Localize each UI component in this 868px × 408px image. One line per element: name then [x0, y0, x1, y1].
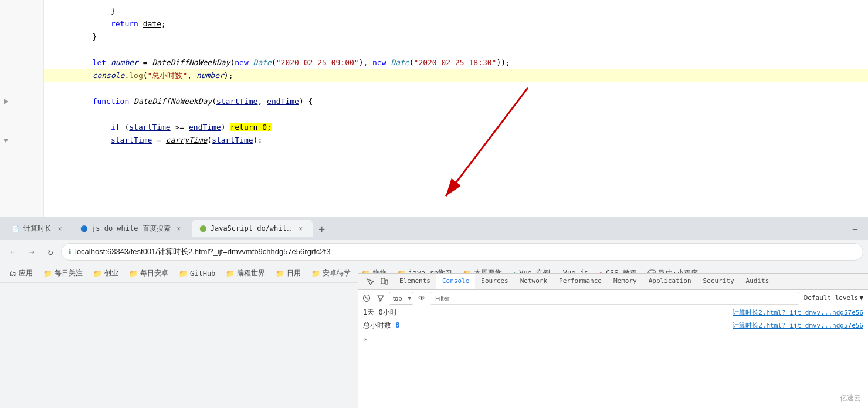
devtools-tab-label-memory: Memory: [613, 277, 637, 285]
code-editor: } return date; } let number = DateDiffNo…: [0, 0, 868, 217]
folder-icon: 📁: [311, 269, 320, 278]
devtools-tab-memory[interactable]: Memory: [608, 274, 643, 290]
devtools-device-icon[interactable]: [378, 276, 390, 288]
folder-icon: 📁: [43, 269, 52, 278]
devtools-tab-console[interactable]: Console: [436, 274, 475, 290]
tab-close-runoob[interactable]: ✕: [296, 224, 306, 233]
gutter-cell: [0, 31, 12, 43]
gutter-arrow: [0, 134, 12, 147]
devtools-tab-application[interactable]: Application: [643, 274, 697, 290]
console-source-1[interactable]: 计算时长2.html?_ijt=dmvv...hdg57e56: [733, 308, 863, 317]
tab-title-runoob: JavaScript do/while 语句｜菜鸟...: [211, 224, 293, 234]
bookmark-github[interactable]: 📁 GitHub: [174, 267, 220, 281]
address-bar: ← → ↻ ℹ localhost:63343/test001/计算时长2.ht…: [0, 240, 868, 264]
gutter-cell: [0, 18, 12, 31]
browser-chrome: 📄 计算时长 ✕ 🔵 js do while_百度搜索 ✕ 🟢 JavaScri…: [0, 217, 868, 408]
console-log-text-2: 总小时数 8: [363, 321, 733, 331]
line-numbers: [12, 0, 44, 217]
code-line: let number = DateDiffNoWeekDay(new Date(…: [44, 56, 868, 69]
code-line: [44, 82, 868, 95]
code-line: function DateDiffNoWeekDay(startTime, en…: [44, 95, 868, 108]
code-line: startTime = carryTime(startTime):: [44, 134, 868, 147]
gutter: [0, 0, 12, 217]
filter-toggle-button[interactable]: [375, 292, 386, 304]
eye-button[interactable]: 👁: [416, 292, 428, 304]
devtools-tab-label-audits: Audits: [746, 277, 769, 285]
context-selector[interactable]: top: [389, 292, 413, 305]
bookmark-label: 应用: [19, 268, 33, 278]
forward-button[interactable]: →: [23, 244, 40, 260]
devtools-select-icon[interactable]: [364, 276, 376, 288]
context-selector-wrap: top ▼: [389, 292, 413, 305]
tab-favicon-baidu: 🔵: [80, 224, 88, 232]
devtools-tab-network[interactable]: Network: [514, 274, 553, 290]
devtools-tab-audits[interactable]: Audits: [740, 274, 775, 290]
tab-close-jisuan[interactable]: ✕: [55, 224, 65, 233]
devtools-console-bar: top ▼ 👁 Default levels ▼: [358, 290, 868, 306]
console-source-2[interactable]: 计算时长2.html?_ijt=dmvv...hdg57e56: [733, 321, 863, 330]
filter-input[interactable]: [430, 292, 799, 305]
line-num: [12, 5, 43, 18]
line-num: [12, 43, 43, 56]
line-num: [12, 18, 43, 31]
bookmark-label: 日用: [287, 268, 301, 278]
bookmark-daily-use[interactable]: 📁 日用: [271, 267, 306, 281]
devtools-tab-label-elements: Elements: [399, 277, 430, 285]
folder-icon: 📁: [276, 269, 284, 278]
line-num: [12, 95, 43, 108]
default-levels-selector[interactable]: Default levels ▼: [802, 294, 866, 302]
reload-button[interactable]: ↻: [42, 244, 59, 260]
tab-favicon-runoob: 🟢: [199, 224, 207, 232]
bookmark-daily[interactable]: 📁 每日关注: [39, 267, 87, 281]
bookmark-label: 每日安卓: [140, 268, 168, 278]
devtools-tab-elements[interactable]: Elements: [394, 274, 436, 290]
tab-title-jisuan: 计算时长: [23, 224, 52, 234]
console-output: 1天 0小时 计算时长2.html?_ijt=dmvv...hdg57e56 总…: [358, 306, 868, 408]
code-line-highlighted: console.log("总小时数", number);: [44, 69, 868, 82]
line-num: [12, 121, 43, 134]
tab-favicon-jisuan: 📄: [12, 224, 20, 232]
clear-console-button[interactable]: [361, 292, 372, 304]
bookmark-programming[interactable]: 📁 编程世界: [221, 267, 270, 281]
svg-rect-3: [385, 280, 388, 284]
default-levels-label: Default levels: [804, 294, 859, 302]
console-log-row-2: 总小时数 8 计算时长2.html?_ijt=dmvv...hdg57e56: [358, 319, 868, 332]
gutter-cell: [0, 108, 12, 121]
devtools-tab-label-performance: Performance: [559, 277, 602, 285]
devtools-tab-security[interactable]: Security: [697, 274, 740, 290]
devtools-tab-sources[interactable]: Sources: [475, 274, 514, 290]
url-bar[interactable]: ℹ localhost:63343/test001/计算时长2.html?_ij…: [61, 243, 863, 261]
bookmark-android-daily[interactable]: 📁 每日安卓: [124, 267, 173, 281]
console-num-value: 8: [395, 321, 399, 329]
bookmark-startup[interactable]: 📁 创业: [89, 267, 123, 281]
folder-icon: 📁: [93, 269, 102, 278]
tab-jisuan[interactable]: 📄 计算时长 ✕: [5, 220, 72, 237]
folder-icon: 📁: [129, 269, 138, 278]
folder-icon: 🗂: [9, 269, 16, 278]
new-tab-button[interactable]: +: [314, 220, 330, 237]
bookmark-android-study[interactable]: 📁 安卓待学: [307, 267, 355, 281]
minimize-button[interactable]: –: [847, 220, 863, 237]
code-line: [44, 43, 868, 56]
bookmark-label: 创业: [104, 268, 118, 278]
back-button[interactable]: ←: [5, 244, 21, 260]
code-line: [44, 108, 868, 121]
devtools-tab-label-security: Security: [703, 277, 734, 285]
bookmark-apps[interactable]: 🗂 应用: [5, 267, 38, 281]
tab-runoob[interactable]: 🟢 JavaScript do/while 语句｜菜鸟... ✕: [192, 220, 313, 237]
console-log-row-1: 1天 0小时 计算时长2.html?_ijt=dmvv...hdg57e56: [358, 306, 868, 319]
tab-baidu[interactable]: 🔵 js do while_百度搜索 ✕: [73, 220, 191, 237]
line-num: [12, 134, 43, 147]
tab-close-baidu[interactable]: ✕: [174, 224, 184, 233]
line-num: [12, 82, 43, 95]
line-num: [12, 31, 43, 43]
code-line: return date;: [44, 18, 868, 31]
devtools-tab-performance[interactable]: Performance: [553, 274, 608, 290]
devtools-tabs: Elements Console Sources Network Perform…: [358, 274, 868, 290]
url-text: localhost:63343/test001/计算时长2.html?_ijt=…: [75, 247, 330, 257]
code-content: } return date; } let number = DateDiffNo…: [44, 0, 868, 217]
console-prompt-row[interactable]: ›: [358, 332, 868, 345]
svg-rect-2: [381, 278, 385, 284]
bookmark-label: 每日关注: [55, 268, 83, 278]
tab-title-baidu: js do while_百度搜索: [91, 224, 171, 234]
